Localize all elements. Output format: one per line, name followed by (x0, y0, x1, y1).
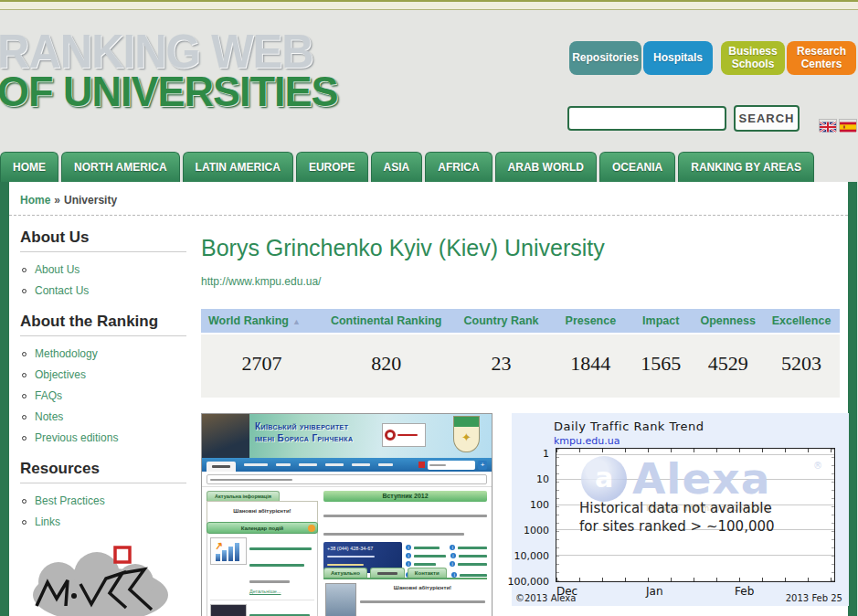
preview-search-go: + (478, 461, 487, 470)
main-navigation: HOME NORTH AMERICA LATIN AMERICA EUROPE … (0, 151, 858, 182)
sidebar-link-about-us[interactable]: About Us (35, 263, 79, 276)
preview-breadcrumb-bar (202, 472, 492, 487)
nav-home[interactable]: HOME (0, 152, 58, 182)
sidebar-item-faqs[interactable]: FAQs (22, 387, 186, 403)
research-centers-button[interactable]: Research Centers (787, 41, 856, 75)
repositories-button[interactable]: Repositories (569, 41, 641, 75)
preview-partner-logo (382, 423, 426, 447)
nav-africa[interactable]: AFRICA (425, 152, 492, 182)
preview-news-item (210, 600, 314, 616)
bullet-icon (22, 436, 26, 441)
uk-flag-icon[interactable] (820, 120, 836, 131)
bullet-icon (22, 499, 26, 504)
value-world-ranking: 2707 (201, 334, 323, 398)
search-button[interactable]: SEARCH (734, 105, 800, 132)
col-continental-ranking[interactable]: Continental Ranking (323, 309, 450, 334)
search-input[interactable] (567, 106, 726, 131)
sidebar-item-contact-us[interactable]: Contact Us (22, 281, 186, 298)
sidebar-item-objectives[interactable]: Objectives (22, 366, 186, 382)
chart-no-data-message: Historical data not available for sites … (579, 499, 775, 536)
sidebar-link-best-practices[interactable]: Best Practices (35, 494, 105, 507)
preview-search-box (428, 461, 475, 470)
chart-y-axis-labels: 1 10 100 1000 10,000 100,000 (512, 448, 552, 582)
sidebar-link-faqs[interactable]: FAQs (35, 389, 62, 402)
preview-tabs-panel: Актуально Контакти Шановні абітурієнти! (323, 568, 487, 616)
business-schools-button[interactable]: Business Schools (721, 41, 785, 75)
sidebar-item-notes[interactable]: Notes (22, 408, 186, 424)
bullet-icon (22, 289, 26, 293)
bullet-icon (22, 373, 26, 377)
col-openness[interactable]: Openness (693, 309, 763, 334)
alexa-traffic-chart: Daily Traffic Rank Trend kmpu.edu.ua 1 1… (512, 413, 849, 606)
mavir-logo-banner[interactable]: www.mavir.net (20, 544, 183, 616)
quick-links: Repositories Hospitals Business Schools … (567, 41, 856, 75)
sidebar-link-methodology[interactable]: Methodology (35, 347, 98, 360)
sidebar: About Us About Us Contact Us About the R… (9, 216, 192, 616)
nav-europe[interactable]: EUROPE (296, 152, 368, 182)
chart-title: Daily Traffic Rank Trend (554, 420, 704, 433)
nav-latin-america[interactable]: LATIN AMERICA (183, 152, 293, 182)
col-world-ranking[interactable]: World Ranking▲ (201, 309, 323, 334)
sidebar-heading-about-ranking: About the Ranking (20, 313, 186, 336)
sidebar-link-contact-us[interactable]: Contact Us (35, 284, 89, 297)
value-openness: 4529 (693, 334, 763, 398)
preview-navbar: + (202, 458, 492, 472)
x-tick-feb: Feb (735, 585, 754, 598)
search-area: SEARCH (567, 105, 856, 132)
sidebar-link-notes[interactable]: Notes (35, 410, 63, 423)
sidebar-item-about-us[interactable]: About Us (22, 260, 186, 277)
nav-ranking-by-areas[interactable]: RANKING BY AREAS (678, 152, 814, 182)
breadcrumb-current: University (64, 194, 117, 207)
preview-news-item: ↗ (210, 537, 314, 594)
page-title: Borys Grinchenko Kyiv (Kiev) University (201, 235, 840, 261)
preview-flag-icon (418, 462, 425, 468)
bullet-icon (22, 268, 26, 272)
value-continental-ranking: 820 (323, 334, 450, 398)
col-impact[interactable]: Impact (629, 309, 693, 334)
col-country-rank[interactable]: Country Rank (450, 309, 553, 334)
nav-arab-world[interactable]: ARAB WORLD (495, 152, 597, 182)
nav-oceania[interactable]: OCEANIA (599, 152, 675, 182)
sidebar-item-best-practices[interactable]: Best Practices (22, 492, 186, 508)
preview-crest-logo: ✦ (453, 416, 480, 452)
hospitals-button[interactable]: Hospitals (643, 41, 713, 75)
bullet-icon (22, 520, 26, 525)
col-presence[interactable]: Presence (552, 309, 629, 334)
preview-header-photo (202, 414, 249, 458)
spain-flag-icon[interactable] (840, 120, 856, 131)
alexa-logo-icon: a (581, 456, 627, 502)
nav-asia[interactable]: ASIA (371, 152, 423, 182)
nav-north-america[interactable]: NORTH AMERICA (61, 152, 180, 182)
preview-header: Київський університет імені Бориса Грінч… (202, 414, 492, 458)
university-url-link[interactable]: http://www.kmpu.edu.ua/ (201, 275, 321, 288)
chart-site-label: kmpu.edu.ua (554, 435, 620, 447)
chart-copyright: ©2013 Alexa (515, 593, 576, 603)
preview-calendar-panel: Календар подій ↗ (207, 522, 318, 616)
university-site-screenshot: Київський університет імені Бориса Грінч… (201, 413, 493, 616)
preview-site-title: Київський університет імені Бориса Грінч… (255, 420, 353, 444)
top-accent-strip (0, 0, 858, 10)
sidebar-item-previous-editions[interactable]: Previous editions (22, 429, 186, 445)
sort-ascending-icon: ▲ (292, 317, 301, 326)
sidebar-item-links[interactable]: Links (22, 513, 186, 529)
breadcrumb-home-link[interactable]: Home (20, 194, 50, 207)
ranking-table-header-row: World Ranking▲ Continental Ranking Count… (201, 309, 840, 334)
sidebar-heading-about-us: About Us (20, 228, 186, 252)
language-flags (820, 120, 856, 131)
logo-line-2: OF UNIVERSITIES (0, 69, 338, 112)
preview-rss-icon (308, 525, 315, 532)
sidebar-link-objectives[interactable]: Objectives (35, 368, 86, 381)
sidebar-item-methodology[interactable]: Methodology (22, 345, 186, 361)
value-excellence: 5203 (763, 334, 840, 398)
site-logo: RANKING WEB OF UNIVERSITIES (0, 28, 338, 111)
sidebar-link-links[interactable]: Links (35, 515, 60, 528)
breadcrumb-separator: » (54, 194, 60, 207)
sidebar-heading-resources: Resources (20, 460, 186, 483)
chart-date-label: 2013 Feb 25 (786, 593, 842, 603)
col-excellence[interactable]: Excellence (763, 309, 840, 334)
mavir-cloud-logo (20, 544, 183, 616)
bullet-icon (22, 394, 26, 398)
sidebar-link-previous-editions[interactable]: Previous editions (35, 431, 118, 444)
bullet-icon (22, 415, 26, 420)
ranking-table-value-row: 2707 820 23 1844 1565 4529 5203 (201, 334, 840, 398)
